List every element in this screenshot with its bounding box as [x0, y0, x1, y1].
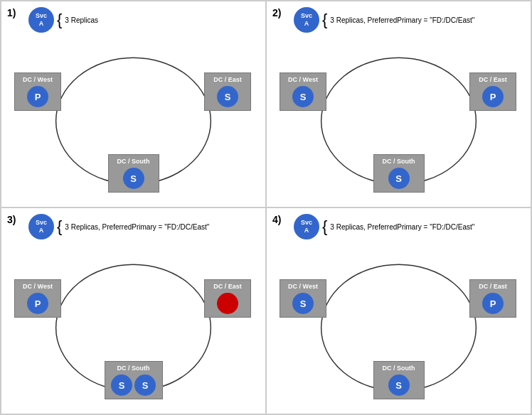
- dc-south-label-2: DC / South: [383, 158, 415, 165]
- brace-3: {: [57, 219, 62, 235]
- quadrant-2: 2) Svc A { 3 Replicas, PreferredPrimary …: [266, 1, 531, 208]
- secondary-replica-s3a: S: [111, 374, 132, 396]
- primary-replica-1: P: [27, 86, 48, 107]
- svc-circle-2: Svc A: [294, 7, 319, 33]
- dc-east-1: DC / East S: [204, 72, 251, 111]
- dc-west-4: DC / West S: [280, 279, 326, 318]
- dc-south-3: DC / South S S: [105, 361, 163, 399]
- failed-replica-e3: [217, 293, 238, 314]
- dc-west-label-4: DC / West: [288, 283, 318, 290]
- svc-group-4: Svc A { 3 Replicas, PreferredPrimary = "…: [294, 214, 474, 239]
- dc-south-label-4: DC / South: [383, 365, 415, 372]
- quad-label-3: 3): [7, 214, 16, 225]
- quadrant-1: 1) Svc A { 3 Replicas DC / West P DC / E…: [1, 1, 266, 208]
- quad-label-2: 2): [272, 7, 281, 18]
- replica-row-s3: S S: [111, 374, 156, 396]
- secondary-replica-s2: S: [388, 168, 410, 189]
- secondary-replica-e1: S: [217, 86, 238, 107]
- secondary-replica-s4: S: [388, 374, 410, 396]
- secondary-replica-w4: S: [292, 293, 314, 314]
- dc-west-label-3: DC / West: [23, 283, 53, 290]
- brace-1: {: [57, 12, 62, 28]
- quad-label-4: 4): [272, 214, 281, 225]
- dc-east-label-3: DC / East: [213, 283, 242, 290]
- brace-4: {: [322, 219, 327, 235]
- dc-east-3: DC / East: [204, 279, 251, 318]
- quadrant-4: 4) Svc A { 3 Replicas, PreferredPrimary …: [266, 208, 531, 414]
- secondary-replica-s1: S: [123, 168, 144, 189]
- dc-east-label-4: DC / East: [479, 283, 507, 290]
- desc-2: 3 Replicas, PreferredPrimary = "FD:/DC/E…: [330, 16, 474, 24]
- secondary-replica-w2: S: [292, 86, 314, 107]
- svc-group-3: Svc A { 3 Replicas, PreferredPrimary = "…: [28, 214, 209, 239]
- dc-south-1: DC / South S: [108, 154, 159, 193]
- brace-2: {: [322, 12, 327, 28]
- svc-group-2: Svc A { 3 Replicas, PreferredPrimary = "…: [294, 7, 474, 33]
- svc-circle-1: Svc A: [28, 7, 54, 33]
- desc-1: 3 Replicas: [65, 16, 98, 24]
- dc-south-label-3: DC / South: [117, 365, 150, 372]
- dc-west-label-1: DC / West: [23, 76, 53, 83]
- main-grid: 1) Svc A { 3 Replicas DC / West P DC / E…: [0, 0, 532, 415]
- svc-group-1: Svc A { 3 Replicas: [28, 7, 98, 33]
- primary-replica-w3: P: [27, 293, 48, 314]
- dc-south-2: DC / South S: [373, 154, 425, 193]
- quad-label-1: 1): [7, 7, 16, 18]
- dc-south-4: DC / South S: [373, 361, 425, 399]
- desc-4: 3 Replicas, PreferredPrimary = "FD:/DC/E…: [330, 223, 474, 231]
- dc-east-2: DC / East P: [469, 72, 516, 111]
- secondary-replica-s3b: S: [134, 374, 156, 396]
- primary-replica-e4: P: [482, 293, 504, 314]
- dc-east-label-2: DC / East: [479, 76, 507, 83]
- svc-circle-4: Svc A: [294, 214, 319, 239]
- quadrant-3: 3) Svc A { 3 Replicas, PreferredPrimary …: [1, 208, 266, 414]
- dc-west-3: DC / West P: [14, 279, 61, 318]
- dc-east-4: DC / East P: [469, 279, 516, 318]
- svc-circle-3: Svc A: [28, 214, 54, 239]
- dc-south-label-1: DC / South: [117, 158, 150, 165]
- desc-3: 3 Replicas, PreferredPrimary = "FD:/DC/E…: [65, 223, 209, 231]
- dc-east-label-1: DC / East: [213, 76, 242, 83]
- dc-west-2: DC / West S: [280, 72, 326, 111]
- dc-west-1: DC / West P: [14, 72, 61, 111]
- dc-west-label-2: DC / West: [288, 76, 318, 83]
- primary-replica-e2: P: [482, 86, 504, 107]
